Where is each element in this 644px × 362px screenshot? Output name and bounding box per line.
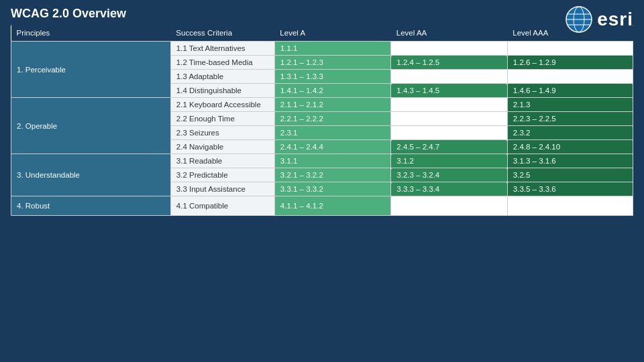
level-aaa-cell: 1.4.6 – 1.4.9 (507, 84, 633, 98)
level-a-cell: 2.3.1 (274, 126, 390, 140)
principle-operable: 2. Operable (11, 98, 171, 154)
level-aa-cell: 2.4.5 – 2.4.7 (391, 140, 507, 154)
level-aa-cell: 3.3.3 – 3.3.4 (391, 182, 507, 196)
col-header-level-a: Level A (274, 25, 390, 42)
table-row: 3. Understandable 3.1 Readable 3.1.1 3.1… (11, 154, 633, 168)
level-aa-cell: 3.1.2 (391, 154, 507, 168)
level-aaa-cell: 3.3.5 – 3.3.6 (507, 182, 633, 196)
criteria-cell: 2.1 Keyboard Accessible (170, 98, 274, 112)
level-aaa-cell: 2.4.8 – 2.4.10 (507, 140, 633, 154)
level-aa-cell (391, 196, 507, 216)
criteria-cell: 2.4 Navigable (170, 140, 274, 154)
level-aaa-cell: 1.2.6 – 1.2.9 (507, 56, 633, 70)
level-a-cell: 2.4.1 – 2.4.4 (274, 140, 390, 154)
level-a-cell: 3.3.1 – 3.3.2 (274, 182, 390, 196)
level-aaa-cell: 2.3.2 (507, 126, 633, 140)
criteria-cell: 1.3 Adaptable (170, 70, 274, 84)
level-aaa-cell: 3.2.5 (507, 168, 633, 182)
principle-label: 1. Perceivable (17, 66, 66, 74)
level-a-cell: 3.1.1 (274, 154, 390, 168)
level-aaa-cell (507, 196, 633, 216)
esri-logo: esri (565, 5, 633, 34)
esri-globe-icon (565, 5, 593, 34)
level-aa-cell (391, 112, 507, 126)
level-aa-cell: 1.2.4 – 1.2.5 (391, 56, 507, 70)
level-aa-cell (391, 126, 507, 140)
criteria-cell: 2.3 Seizures (170, 126, 274, 140)
table-row: 1. Perceivable 1.1 Text Alternatives 1.1… (11, 42, 633, 56)
level-aa-cell (391, 42, 507, 56)
page-title: WCAG 2.0 Overview (0, 0, 644, 25)
table-header-row: Principles Success Criteria Level A Leve… (11, 25, 633, 42)
principle-perceivable: 1. Perceivable (11, 42, 171, 98)
principle-label: 3. Understandable (17, 171, 80, 179)
level-aaa-cell: 2.2.3 – 2.2.5 (507, 112, 633, 126)
criteria-cell: 4.1 Compatible (170, 196, 274, 216)
level-aaa-cell (507, 70, 633, 84)
level-aa-cell: 3.2.3 – 3.2.4 (391, 168, 507, 182)
table-row: 2. Operable 2.1 Keyboard Accessible 2.1.… (11, 98, 633, 112)
principle-understandable: 3. Understandable (11, 154, 171, 196)
criteria-cell: 3.1 Readable (170, 154, 274, 168)
level-a-cell: 1.4.1 – 1.4.2 (274, 84, 390, 98)
criteria-cell: 3.3 Input Assistance (170, 182, 274, 196)
criteria-cell: 1.4 Distinguishable (170, 84, 274, 98)
table-row: 4. Robust 4.1 Compatible 4.1.1 – 4.1.2 (11, 196, 633, 216)
level-aa-cell: 1.4.3 – 1.4.5 (391, 84, 507, 98)
criteria-cell: 1.2 Time-based Media (170, 56, 274, 70)
level-a-cell: 2.1.1 – 2.1.2 (274, 98, 390, 112)
level-aaa-cell (507, 42, 633, 56)
wcag-table: Principles Success Criteria Level A Leve… (11, 25, 633, 216)
esri-label: esri (597, 9, 633, 30)
criteria-cell: 3.2 Predictable (170, 168, 274, 182)
col-header-criteria: Success Criteria (170, 25, 274, 42)
col-header-principles: Principles (11, 25, 171, 42)
criteria-cell: 2.2 Enough Time (170, 112, 274, 126)
principle-robust: 4. Robust (11, 196, 171, 216)
level-aaa-cell: 2.1.3 (507, 98, 633, 112)
level-a-cell: 2.2.1 – 2.2.2 (274, 112, 390, 126)
level-a-cell: 1.2.1 – 1.2.3 (274, 56, 390, 70)
principle-label: 2. Operable (17, 122, 57, 130)
level-a-cell: 3.2.1 – 3.2.2 (274, 168, 390, 182)
level-aa-cell (391, 70, 507, 84)
table-container: Principles Success Criteria Level A Leve… (11, 25, 633, 216)
level-aaa-cell: 3.1.3 – 3.1.6 (507, 154, 633, 168)
level-aa-cell (391, 98, 507, 112)
level-a-cell: 1.1.1 (274, 42, 390, 56)
principle-label: 4. Robust (17, 202, 50, 210)
level-a-cell: 4.1.1 – 4.1.2 (274, 196, 390, 216)
col-header-level-aa: Level AA (391, 25, 507, 42)
criteria-cell: 1.1 Text Alternatives (170, 42, 274, 56)
level-a-cell: 1.3.1 – 1.3.3 (274, 70, 390, 84)
